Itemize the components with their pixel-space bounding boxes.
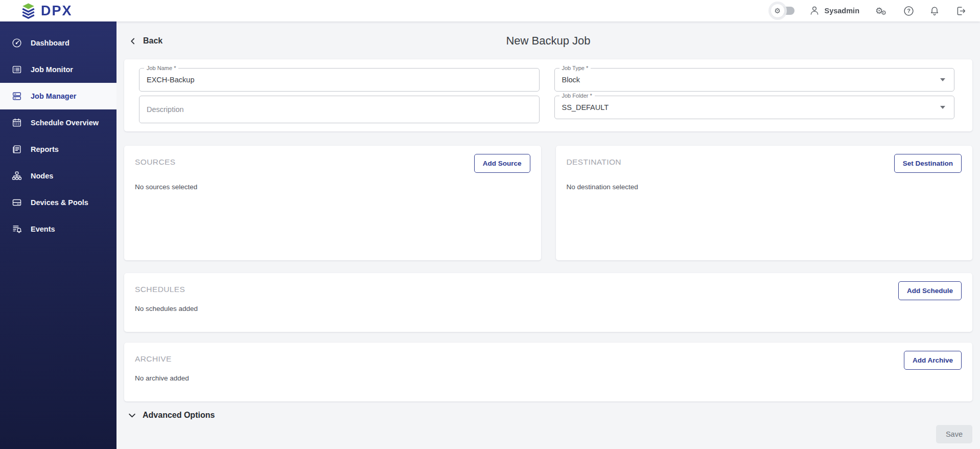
user-menu[interactable]: Sysadmin <box>808 5 860 17</box>
back-button[interactable]: Back <box>129 31 162 51</box>
sources-panel: SOURCES Add Source No sources selected <box>124 146 541 260</box>
chevron-left-icon <box>129 37 136 45</box>
back-label: Back <box>143 36 162 46</box>
description-input[interactable] <box>139 96 539 123</box>
schedules-empty-text: No schedules added <box>135 305 962 312</box>
job-folder-value: SS_DEFAULT <box>562 103 609 111</box>
toggle-knob-gear-icon: ⚙ <box>771 4 784 17</box>
sidebar-item-label: Nodes <box>31 172 53 180</box>
sidebar-item-job-manager[interactable]: Job Manager <box>0 83 116 109</box>
app-header: DPX ⚙ Sysadmin ⚙⚙ ? <box>0 0 980 21</box>
settings-mode-toggle[interactable]: ⚙ <box>774 7 795 15</box>
job-type-label: Job Type * <box>559 65 591 71</box>
add-source-button[interactable]: Add Source <box>474 154 530 173</box>
save-row: Save <box>124 425 972 443</box>
sidebar-item-label: Job Monitor <box>31 65 73 74</box>
job-type-value: Block <box>562 76 580 84</box>
sidebar-nav: Dashboard Job Monitor Job Manager <box>0 21 116 449</box>
destination-title: DESTINATION <box>567 154 621 167</box>
report-news-icon <box>11 144 22 155</box>
help-icon[interactable]: ? <box>902 5 915 17</box>
sidebar-item-label: Schedule Overview <box>31 119 99 127</box>
sidebar-item-schedule-overview[interactable]: Schedule Overview <box>0 109 116 136</box>
form-right-column: Job Type * Block Job Folder * SS_DEFAULT <box>554 68 955 123</box>
main-content: New Backup Job Back Job Name * Job Type … <box>116 21 980 449</box>
chevron-down-icon <box>128 411 136 420</box>
user-icon <box>808 5 821 17</box>
destination-panel: DESTINATION Set Destination No destinati… <box>556 146 973 260</box>
archive-empty-text: No archive added <box>135 374 962 382</box>
job-type-select[interactable]: Job Type * Block <box>554 68 955 92</box>
job-folder-select[interactable]: Job Folder * SS_DEFAULT <box>554 96 955 119</box>
form-left-column: Job Name * <box>139 68 540 123</box>
archive-title: ARCHIVE <box>135 351 172 364</box>
sidebar-item-dashboard[interactable]: Dashboard <box>0 30 116 56</box>
header-actions: ⚙ Sysadmin ⚙⚙ ? <box>771 5 967 17</box>
sidebar-item-nodes[interactable]: Nodes <box>0 163 116 189</box>
notifications-bell-icon[interactable] <box>928 5 941 17</box>
sidebar-item-label: Job Manager <box>31 92 76 100</box>
destination-empty-text: No destination selected <box>567 183 962 191</box>
svg-text:?: ? <box>907 8 911 14</box>
job-name-input[interactable] <box>139 69 539 91</box>
advanced-options-toggle[interactable]: Advanced Options <box>128 411 972 420</box>
description-field <box>139 96 540 123</box>
sidebar-item-events[interactable]: Events <box>0 216 116 242</box>
device-drive-icon <box>11 197 22 208</box>
events-bell-list-icon <box>11 223 22 235</box>
sidebar-item-reports[interactable]: Reports <box>0 136 116 163</box>
sidebar-item-label: Events <box>31 225 55 233</box>
job-details-card: Job Name * Job Type * Block Job Folder *… <box>124 59 972 131</box>
dropdown-caret-icon <box>940 78 945 81</box>
sidebar-item-job-monitor[interactable]: Job Monitor <box>0 56 116 83</box>
dpx-logo: DPX <box>20 3 73 19</box>
system-settings-gears-icon[interactable]: ⚙⚙ <box>873 5 889 17</box>
sidebar-item-label: Reports <box>31 145 59 153</box>
page-header: New Backup Job Back <box>124 31 972 51</box>
dropdown-caret-icon <box>940 106 945 109</box>
user-name: Sysadmin <box>825 7 860 15</box>
advanced-options-label: Advanced Options <box>143 411 215 420</box>
sources-empty-text: No sources selected <box>135 183 530 191</box>
calendar-icon <box>11 117 22 128</box>
sources-destination-row: SOURCES Add Source No sources selected D… <box>124 146 972 260</box>
sidebar-item-label: Dashboard <box>31 39 69 47</box>
job-manager-rows-icon <box>11 91 22 102</box>
set-destination-button[interactable]: Set Destination <box>894 154 962 173</box>
logout-icon[interactable] <box>954 5 967 17</box>
add-schedule-button[interactable]: Add Schedule <box>898 281 962 300</box>
dpx-layers-icon <box>20 3 36 19</box>
job-monitor-list-icon <box>11 64 22 75</box>
archive-panel: ARCHIVE Add Archive No archive added <box>124 343 972 401</box>
job-name-label: Job Name * <box>144 65 178 71</box>
job-folder-label: Job Folder * <box>559 93 595 99</box>
schedules-title: SCHEDULES <box>135 281 185 294</box>
nodes-sitemap-icon <box>11 170 22 182</box>
add-archive-button[interactable]: Add Archive <box>904 351 962 370</box>
save-button[interactable]: Save <box>936 425 972 443</box>
sidebar-item-devices-pools[interactable]: Devices & Pools <box>0 189 116 216</box>
logo-text: DPX <box>41 4 73 18</box>
page-title: New Backup Job <box>124 31 972 51</box>
sources-title: SOURCES <box>135 154 175 167</box>
sidebar-item-label: Devices & Pools <box>31 198 88 207</box>
job-name-field: Job Name * <box>139 68 540 92</box>
schedules-panel: SCHEDULES Add Schedule No schedules adde… <box>124 273 972 332</box>
dashboard-gauge-icon <box>11 37 22 49</box>
